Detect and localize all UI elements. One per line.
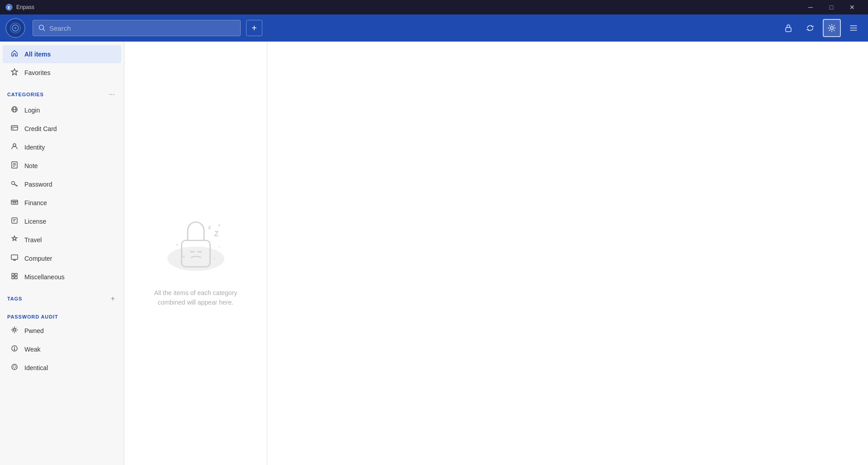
note-label: Note (24, 162, 38, 169)
sidebar-item-password[interactable]: Password (3, 175, 121, 193)
svg-line-6 (43, 29, 45, 31)
close-button[interactable]: ✕ (842, 0, 863, 14)
svg-point-44 (12, 364, 17, 370)
svg-point-19 (13, 144, 16, 146)
tags-title: TAGS (7, 296, 22, 301)
sidebar-item-finance[interactable]: Finance (3, 194, 121, 212)
misc-icon (10, 272, 19, 282)
computer-icon (10, 254, 19, 263)
lock-button[interactable] (779, 19, 797, 37)
sidebar-item-computer[interactable]: Computer (3, 249, 121, 268)
middle-panel: Z z z + + All the items of each category… (124, 42, 267, 465)
menu-button[interactable] (844, 19, 863, 37)
key-icon (10, 180, 19, 189)
svg-text:z: z (208, 224, 211, 230)
hamburger-icon (849, 23, 858, 33)
svg-text:z: z (218, 222, 220, 227)
categories-more-button[interactable]: ··· (107, 90, 117, 99)
svg-rect-36 (12, 273, 14, 276)
all-items-label: All items (24, 51, 51, 58)
weak-icon (10, 345, 19, 354)
computer-label: Computer (24, 255, 52, 262)
sidebar-item-note[interactable]: Note (3, 157, 121, 175)
settings-button[interactable] (823, 19, 841, 37)
sidebar-item-license[interactable]: License (3, 212, 121, 230)
sidebar-item-favorites[interactable]: Favorites (3, 64, 121, 82)
minimize-button[interactable]: ─ (800, 0, 821, 14)
app-logo (5, 18, 25, 38)
main-layout: All items Favorites CATEGORIES ··· (0, 42, 868, 465)
svg-point-45 (13, 366, 16, 368)
license-label: License (24, 218, 46, 225)
svg-rect-39 (15, 277, 17, 279)
toolbar: + (0, 14, 868, 42)
categories-section-header: CATEGORIES ··· (0, 85, 124, 101)
password-audit-section-header: PASSWORD AUDIT (0, 309, 124, 321)
sidebar-item-credit-card[interactable]: Credit Card (3, 120, 121, 138)
sleeping-lock-illustration: Z z z + + (155, 200, 237, 281)
title-bar: E Enpass ─ □ ✕ (0, 0, 868, 14)
svg-rect-33 (11, 255, 18, 259)
svg-text:E: E (8, 5, 10, 10)
sidebar: All items Favorites CATEGORIES ··· (0, 42, 124, 465)
password-label: Password (24, 181, 52, 188)
sidebar-item-travel[interactable]: Travel (3, 231, 121, 249)
identical-label: Identical (24, 364, 48, 371)
svg-rect-37 (15, 273, 17, 276)
globe-icon (10, 106, 19, 115)
settings-icon (827, 23, 836, 33)
sidebar-item-login[interactable]: Login (3, 101, 121, 119)
svg-rect-38 (12, 277, 14, 279)
svg-point-56 (213, 258, 215, 259)
maximize-button[interactable]: □ (821, 0, 842, 14)
svg-rect-30 (12, 218, 17, 223)
tags-section-header: TAGS + (0, 289, 124, 305)
sidebar-item-all-items[interactable]: All items (3, 45, 121, 63)
app-title: Enpass (16, 4, 34, 10)
svg-point-55 (182, 255, 185, 258)
credit-card-icon (10, 124, 19, 133)
sidebar-item-identity[interactable]: Identity (3, 138, 121, 156)
search-input[interactable] (49, 24, 235, 32)
sidebar-item-identical[interactable]: Identical (3, 359, 121, 377)
title-bar-controls: ─ □ ✕ (800, 0, 863, 14)
empty-state-text: All the items of each category combined … (146, 288, 246, 307)
sync-button[interactable] (801, 19, 819, 37)
pwned-label: Pwned (24, 327, 44, 334)
finance-label: Finance (24, 199, 47, 207)
credit-card-label: Credit Card (24, 125, 57, 132)
password-audit-title: PASSWORD AUDIT (7, 314, 58, 319)
app-icon-small: E (5, 4, 13, 11)
tags-add-button[interactable]: + (109, 294, 117, 303)
sync-icon (806, 23, 815, 33)
search-icon (38, 24, 46, 32)
favorites-label: Favorites (24, 69, 51, 76)
svg-marker-12 (11, 69, 18, 75)
svg-text:+: + (218, 245, 220, 249)
miscellaneous-label: Miscellaneous (24, 273, 65, 281)
star-icon (10, 68, 19, 77)
svg-text:Z: Z (214, 230, 218, 238)
sidebar-item-miscellaneous[interactable]: Miscellaneous (3, 268, 121, 286)
finance-icon (10, 198, 19, 207)
pwned-icon (10, 326, 19, 335)
svg-point-40 (14, 329, 16, 331)
svg-text:+: + (175, 241, 179, 248)
sidebar-item-pwned[interactable]: Pwned (3, 322, 121, 340)
sidebar-item-weak[interactable]: Weak (3, 340, 121, 358)
empty-state: Z z z + + All the items of each category… (137, 182, 255, 325)
svg-rect-16 (11, 126, 18, 130)
login-label: Login (24, 107, 40, 114)
add-button[interactable]: + (246, 20, 262, 36)
svg-point-43 (14, 349, 15, 350)
search-bar[interactable] (33, 20, 241, 36)
travel-label: Travel (24, 236, 42, 244)
logo-icon (10, 23, 21, 33)
svg-rect-7 (786, 28, 791, 32)
title-bar-left: E Enpass (5, 4, 34, 11)
svg-rect-27 (11, 200, 18, 204)
svg-point-4 (14, 27, 16, 29)
identity-icon (10, 143, 19, 152)
lock-icon (784, 23, 793, 33)
license-icon (10, 217, 19, 226)
